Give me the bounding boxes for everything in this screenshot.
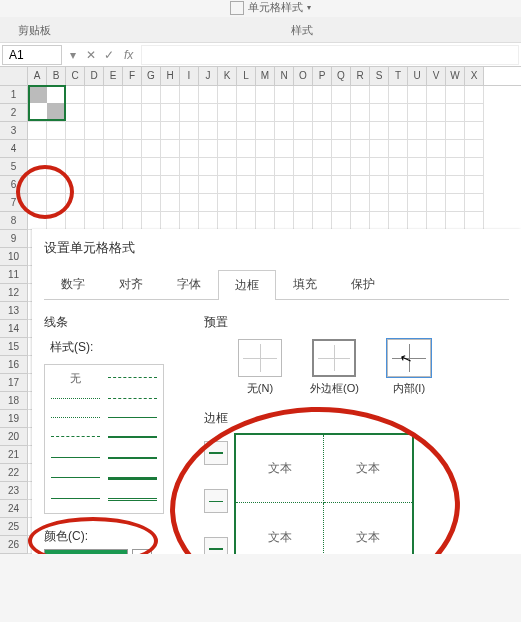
cell[interactable] bbox=[427, 104, 446, 122]
cell[interactable] bbox=[237, 86, 256, 104]
cell[interactable] bbox=[465, 212, 484, 230]
border-bottom-button[interactable] bbox=[204, 537, 228, 554]
cell[interactable] bbox=[332, 104, 351, 122]
col-header[interactable]: C bbox=[66, 67, 85, 85]
border-top-button[interactable] bbox=[204, 441, 228, 465]
cell[interactable] bbox=[332, 212, 351, 230]
cell[interactable] bbox=[237, 194, 256, 212]
cell[interactable] bbox=[218, 176, 237, 194]
cell[interactable] bbox=[408, 194, 427, 212]
col-header[interactable]: R bbox=[351, 67, 370, 85]
line-style-option[interactable] bbox=[108, 451, 157, 465]
row-header[interactable]: 11 bbox=[0, 266, 28, 284]
cell[interactable] bbox=[389, 140, 408, 158]
tab-protect[interactable]: 保护 bbox=[334, 269, 392, 299]
cell[interactable] bbox=[351, 104, 370, 122]
preset-outline[interactable]: 外边框(O) bbox=[310, 339, 359, 396]
cell[interactable] bbox=[408, 140, 427, 158]
cell[interactable] bbox=[370, 122, 389, 140]
cell[interactable] bbox=[123, 104, 142, 122]
row-header[interactable]: 6 bbox=[0, 176, 28, 194]
cell[interactable] bbox=[370, 194, 389, 212]
cell[interactable] bbox=[351, 212, 370, 230]
cell[interactable] bbox=[237, 140, 256, 158]
col-header[interactable]: Q bbox=[332, 67, 351, 85]
col-header[interactable]: T bbox=[389, 67, 408, 85]
line-style-option[interactable] bbox=[51, 492, 100, 507]
cell[interactable] bbox=[104, 176, 123, 194]
cell[interactable] bbox=[294, 194, 313, 212]
col-header[interactable]: S bbox=[370, 67, 389, 85]
cell[interactable] bbox=[389, 158, 408, 176]
tab-number[interactable]: 数字 bbox=[44, 269, 102, 299]
cell[interactable] bbox=[294, 104, 313, 122]
cell[interactable] bbox=[85, 176, 104, 194]
col-header[interactable]: A bbox=[28, 67, 47, 85]
cell[interactable] bbox=[123, 122, 142, 140]
cell[interactable] bbox=[237, 176, 256, 194]
cell[interactable] bbox=[199, 122, 218, 140]
cell[interactable] bbox=[199, 194, 218, 212]
cell[interactable] bbox=[66, 176, 85, 194]
cell[interactable] bbox=[332, 176, 351, 194]
cell[interactable] bbox=[104, 104, 123, 122]
name-box[interactable] bbox=[2, 45, 62, 65]
line-style-option[interactable] bbox=[51, 392, 100, 405]
line-style-listbox[interactable]: 无 bbox=[44, 364, 164, 514]
col-header[interactable]: G bbox=[142, 67, 161, 85]
cell[interactable] bbox=[313, 176, 332, 194]
cell[interactable] bbox=[370, 104, 389, 122]
cell[interactable] bbox=[237, 158, 256, 176]
cell[interactable] bbox=[47, 140, 66, 158]
cell[interactable] bbox=[294, 158, 313, 176]
color-dropdown-button[interactable] bbox=[132, 549, 152, 554]
line-style-option[interactable] bbox=[108, 371, 157, 386]
row-header[interactable]: 10 bbox=[0, 248, 28, 266]
cell[interactable] bbox=[256, 122, 275, 140]
col-header[interactable]: F bbox=[123, 67, 142, 85]
cell[interactable] bbox=[427, 194, 446, 212]
color-swatch[interactable] bbox=[44, 549, 128, 554]
tab-fill[interactable]: 填充 bbox=[276, 269, 334, 299]
cell[interactable] bbox=[389, 122, 408, 140]
cell[interactable] bbox=[85, 122, 104, 140]
cell[interactable] bbox=[370, 212, 389, 230]
cell[interactable] bbox=[180, 122, 199, 140]
cell[interactable] bbox=[180, 140, 199, 158]
cell[interactable] bbox=[389, 86, 408, 104]
col-header[interactable]: W bbox=[446, 67, 465, 85]
cell[interactable] bbox=[218, 194, 237, 212]
cell[interactable] bbox=[294, 86, 313, 104]
cell[interactable] bbox=[161, 122, 180, 140]
cell[interactable] bbox=[294, 176, 313, 194]
col-header[interactable]: M bbox=[256, 67, 275, 85]
cell[interactable] bbox=[161, 212, 180, 230]
col-header[interactable]: P bbox=[313, 67, 332, 85]
cell[interactable] bbox=[104, 140, 123, 158]
cell[interactable] bbox=[199, 158, 218, 176]
chevron-down-icon[interactable]: ▾ bbox=[307, 3, 311, 12]
cell[interactable] bbox=[408, 122, 427, 140]
cell[interactable] bbox=[104, 122, 123, 140]
cell[interactable] bbox=[427, 122, 446, 140]
cell[interactable] bbox=[313, 122, 332, 140]
cell-format-label[interactable]: 单元格样式 bbox=[248, 0, 303, 15]
cell[interactable] bbox=[123, 140, 142, 158]
cell[interactable] bbox=[351, 176, 370, 194]
row-header[interactable]: 20 bbox=[0, 428, 28, 446]
cell[interactable] bbox=[446, 176, 465, 194]
cell[interactable] bbox=[275, 104, 294, 122]
tab-font[interactable]: 字体 bbox=[160, 269, 218, 299]
select-all-corner[interactable] bbox=[0, 67, 28, 85]
col-header[interactable]: J bbox=[199, 67, 218, 85]
row-header[interactable]: 16 bbox=[0, 356, 28, 374]
cell[interactable] bbox=[351, 86, 370, 104]
cell[interactable] bbox=[465, 158, 484, 176]
cell[interactable] bbox=[180, 194, 199, 212]
cell[interactable] bbox=[142, 212, 161, 230]
cell[interactable] bbox=[161, 86, 180, 104]
cell[interactable] bbox=[427, 140, 446, 158]
cell[interactable] bbox=[389, 194, 408, 212]
cell[interactable] bbox=[294, 140, 313, 158]
row-header[interactable]: 5 bbox=[0, 158, 28, 176]
